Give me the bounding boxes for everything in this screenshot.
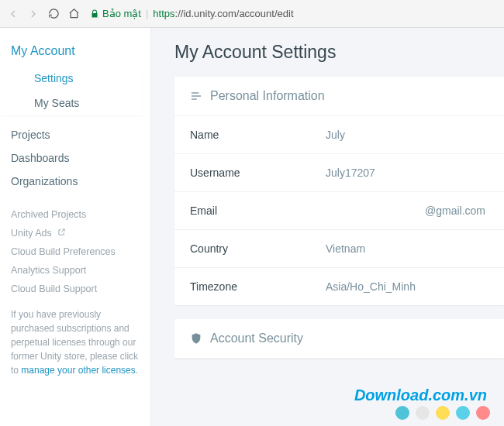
row-timezone[interactable]: Timezone Asia/Ho_Chi_Minh [174, 268, 504, 305]
page-title: My Account Settings [174, 42, 504, 63]
sidebar-item-unity-ads[interactable]: Unity Ads [11, 224, 150, 242]
timezone-value: Asia/Ho_Chi_Minh [326, 280, 416, 293]
dots-decoration [395, 406, 490, 420]
name-label: Name [190, 129, 326, 141]
address-bar[interactable]: Bảo mật | https://id.unity.com/account/e… [87, 8, 498, 19]
sidebar-item-archived-projects[interactable]: Archived Projects [11, 205, 150, 224]
personal-info-heading: Personal Information [174, 77, 504, 116]
reload-icon[interactable] [47, 7, 60, 21]
sidebar-license-note: If you have previously purchased subscri… [11, 307, 150, 377]
email-value: @gmail.com [425, 204, 488, 217]
sidebar-my-account[interactable]: My Account [11, 39, 150, 66]
row-email[interactable]: Email @gmail.com [174, 192, 504, 230]
timezone-label: Timezone [190, 280, 326, 293]
page-body: My Account Settings My Seats Projects Da… [0, 28, 504, 426]
email-label: Email [190, 204, 326, 217]
username-value: July17207 [326, 167, 375, 179]
sidebar-item-my-seats[interactable]: My Seats [22, 91, 143, 115]
forward-icon[interactable] [26, 7, 40, 21]
lock-icon [90, 9, 99, 19]
svg-rect-2 [192, 98, 197, 99]
list-icon [190, 90, 202, 102]
manage-licenses-link[interactable]: manage your other licenses [21, 365, 135, 376]
personal-info-card: Personal Information Name July Username … [174, 77, 504, 305]
svg-rect-0 [192, 92, 198, 93]
sidebar-item-cloud-build-support[interactable]: Cloud Build Support [11, 280, 150, 298]
username-label: Username [190, 167, 326, 179]
sidebar-item-organizations[interactable]: Organizations [11, 170, 150, 193]
browser-toolbar: Bảo mật | https://id.unity.com/account/e… [0, 0, 504, 28]
name-value: July [326, 129, 345, 141]
dot [456, 406, 470, 420]
watermark: Download.com.vn [354, 386, 487, 404]
row-username[interactable]: Username July17207 [174, 154, 504, 192]
external-link-icon [57, 228, 66, 239]
back-icon[interactable] [6, 7, 20, 21]
sidebar: My Account Settings My Seats Projects Da… [0, 28, 151, 426]
secure-label: Bảo mật [102, 8, 141, 19]
secure-indicator: Bảo mật [90, 8, 141, 19]
main-content: My Account Settings Personal Information… [151, 28, 504, 426]
sidebar-item-projects[interactable]: Projects [11, 123, 150, 146]
dot [395, 406, 409, 420]
dot [416, 406, 430, 420]
shield-icon [190, 332, 202, 345]
home-icon[interactable] [67, 7, 81, 21]
url-text: https://id.unity.com/account/edit [153, 8, 293, 19]
dot [436, 406, 450, 420]
sidebar-item-cloud-build-preferences[interactable]: Cloud Build Preferences [11, 242, 150, 261]
country-label: Country [190, 242, 326, 255]
country-value: Vietnam [326, 242, 365, 255]
svg-rect-1 [192, 95, 201, 96]
row-country[interactable]: Country Vietnam [174, 230, 504, 268]
account-security-heading: Account Security [174, 319, 504, 359]
sidebar-item-analytics-support[interactable]: Analytics Support [11, 261, 150, 280]
dot [476, 406, 490, 420]
sidebar-item-settings[interactable]: Settings [22, 66, 143, 91]
sidebar-subnav: Settings My Seats [0, 66, 143, 115]
account-security-card: Account Security [174, 319, 504, 359]
row-name[interactable]: Name July [174, 116, 504, 154]
sidebar-item-dashboards[interactable]: Dashboards [11, 146, 150, 170]
